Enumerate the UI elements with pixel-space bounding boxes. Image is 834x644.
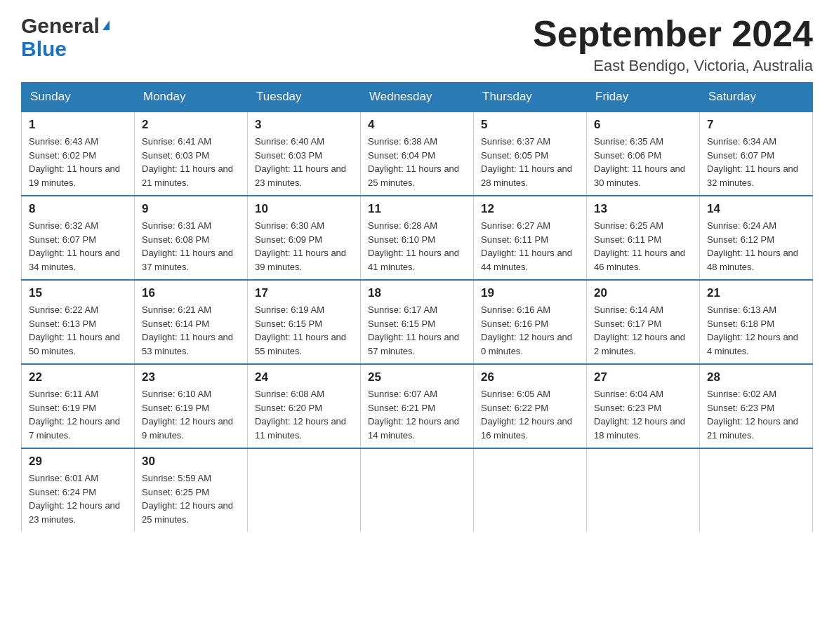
calendar-cell: 12 Sunrise: 6:27 AMSunset: 6:11 PMDaylig… [474, 196, 587, 280]
day-info: Sunrise: 6:28 AMSunset: 6:10 PMDaylight:… [368, 219, 466, 274]
calendar-cell: 22 Sunrise: 6:11 AMSunset: 6:19 PMDaylig… [22, 364, 135, 448]
day-number: 6 [594, 118, 692, 132]
calendar-week-row: 15 Sunrise: 6:22 AMSunset: 6:13 PMDaylig… [22, 280, 813, 364]
day-info: Sunrise: 6:05 AMSunset: 6:22 PMDaylight:… [481, 387, 579, 442]
day-number: 28 [707, 370, 805, 384]
calendar-cell: 10 Sunrise: 6:30 AMSunset: 6:09 PMDaylig… [248, 196, 361, 280]
day-number: 18 [368, 286, 466, 300]
day-number: 20 [594, 286, 692, 300]
calendar-cell: 17 Sunrise: 6:19 AMSunset: 6:15 PMDaylig… [248, 280, 361, 364]
calendar-cell: 11 Sunrise: 6:28 AMSunset: 6:10 PMDaylig… [361, 196, 474, 280]
day-info: Sunrise: 6:43 AMSunset: 6:02 PMDaylight:… [29, 135, 127, 189]
day-number: 7 [707, 118, 805, 132]
day-number: 24 [255, 370, 353, 384]
day-number: 3 [255, 118, 353, 132]
day-info: Sunrise: 6:04 AMSunset: 6:23 PMDaylight:… [594, 387, 692, 442]
calendar-cell [361, 448, 474, 532]
calendar-header-row: Sunday Monday Tuesday Wednesday Thursday… [22, 83, 813, 112]
day-info: Sunrise: 6:10 AMSunset: 6:19 PMDaylight:… [142, 387, 240, 442]
header-sunday: Sunday [22, 83, 135, 112]
day-info: Sunrise: 6:38 AMSunset: 6:04 PMDaylight:… [368, 135, 466, 189]
header-tuesday: Tuesday [248, 83, 361, 112]
day-number: 13 [594, 202, 692, 216]
calendar-cell: 19 Sunrise: 6:16 AMSunset: 6:16 PMDaylig… [474, 280, 587, 364]
day-number: 17 [255, 286, 353, 300]
calendar-cell: 16 Sunrise: 6:21 AMSunset: 6:14 PMDaylig… [135, 280, 248, 364]
day-number: 27 [594, 370, 692, 384]
day-info: Sunrise: 6:11 AMSunset: 6:19 PMDaylight:… [29, 387, 127, 442]
day-number: 14 [707, 202, 805, 216]
day-info: Sunrise: 6:07 AMSunset: 6:21 PMDaylight:… [368, 387, 466, 442]
calendar-cell: 25 Sunrise: 6:07 AMSunset: 6:21 PMDaylig… [361, 364, 474, 448]
header-monday: Monday [135, 83, 248, 112]
day-number: 16 [142, 286, 240, 300]
calendar-cell: 29 Sunrise: 6:01 AMSunset: 6:24 PMDaylig… [22, 448, 135, 532]
header-wednesday: Wednesday [361, 83, 474, 112]
calendar-week-row: 29 Sunrise: 6:01 AMSunset: 6:24 PMDaylig… [22, 448, 813, 532]
day-info: Sunrise: 6:31 AMSunset: 6:08 PMDaylight:… [142, 219, 240, 274]
header-saturday: Saturday [700, 83, 813, 112]
day-number: 15 [29, 286, 127, 300]
calendar-cell: 28 Sunrise: 6:02 AMSunset: 6:23 PMDaylig… [700, 364, 813, 448]
calendar-cell [700, 448, 813, 532]
day-info: Sunrise: 6:27 AMSunset: 6:11 PMDaylight:… [481, 219, 579, 274]
day-info: Sunrise: 6:08 AMSunset: 6:20 PMDaylight:… [255, 387, 353, 442]
calendar-cell: 7 Sunrise: 6:34 AMSunset: 6:07 PMDayligh… [700, 112, 813, 196]
day-info: Sunrise: 6:21 AMSunset: 6:14 PMDaylight:… [142, 303, 240, 358]
calendar-cell: 14 Sunrise: 6:24 AMSunset: 6:12 PMDaylig… [700, 196, 813, 280]
day-info: Sunrise: 6:02 AMSunset: 6:23 PMDaylight:… [707, 387, 805, 442]
calendar-cell: 24 Sunrise: 6:08 AMSunset: 6:20 PMDaylig… [248, 364, 361, 448]
day-number: 12 [481, 202, 579, 216]
calendar-cell [587, 448, 700, 532]
day-info: Sunrise: 6:13 AMSunset: 6:18 PMDaylight:… [707, 303, 805, 358]
day-info: Sunrise: 6:01 AMSunset: 6:24 PMDaylight:… [29, 471, 127, 526]
day-number: 11 [368, 202, 466, 216]
day-info: Sunrise: 6:34 AMSunset: 6:07 PMDaylight:… [707, 135, 805, 189]
day-number: 8 [29, 202, 127, 216]
day-info: Sunrise: 6:30 AMSunset: 6:09 PMDaylight:… [255, 219, 353, 274]
day-number: 9 [142, 202, 240, 216]
calendar-cell: 27 Sunrise: 6:04 AMSunset: 6:23 PMDaylig… [587, 364, 700, 448]
calendar-cell: 3 Sunrise: 6:40 AMSunset: 6:03 PMDayligh… [248, 112, 361, 196]
calendar-cell: 2 Sunrise: 6:41 AMSunset: 6:03 PMDayligh… [135, 112, 248, 196]
day-info: Sunrise: 6:40 AMSunset: 6:03 PMDaylight:… [255, 135, 353, 189]
calendar-cell: 30 Sunrise: 5:59 AMSunset: 6:25 PMDaylig… [135, 448, 248, 532]
day-info: Sunrise: 6:25 AMSunset: 6:11 PMDaylight:… [594, 219, 692, 274]
header-thursday: Thursday [474, 83, 587, 112]
day-number: 22 [29, 370, 127, 384]
day-number: 30 [142, 455, 240, 469]
day-info: Sunrise: 6:37 AMSunset: 6:05 PMDaylight:… [481, 135, 579, 189]
title-section: September 2024 East Bendigo, Victoria, A… [533, 14, 813, 75]
calendar-cell: 8 Sunrise: 6:32 AMSunset: 6:07 PMDayligh… [22, 196, 135, 280]
calendar-cell [474, 448, 587, 532]
calendar-cell [248, 448, 361, 532]
logo-general-text: General [21, 14, 110, 37]
day-number: 2 [142, 118, 240, 132]
day-number: 4 [368, 118, 466, 132]
calendar-cell: 23 Sunrise: 6:10 AMSunset: 6:19 PMDaylig… [135, 364, 248, 448]
calendar-table: Sunday Monday Tuesday Wednesday Thursday… [21, 82, 813, 532]
day-number: 29 [29, 455, 127, 469]
day-number: 1 [29, 118, 127, 132]
page-subtitle: East Bendigo, Victoria, Australia [533, 57, 813, 75]
calendar-week-row: 1 Sunrise: 6:43 AMSunset: 6:02 PMDayligh… [22, 112, 813, 196]
day-number: 23 [142, 370, 240, 384]
day-number: 21 [707, 286, 805, 300]
day-info: Sunrise: 5:59 AMSunset: 6:25 PMDaylight:… [142, 471, 240, 526]
logo-blue-text: Blue [21, 37, 110, 60]
calendar-cell: 9 Sunrise: 6:31 AMSunset: 6:08 PMDayligh… [135, 196, 248, 280]
day-number: 10 [255, 202, 353, 216]
day-info: Sunrise: 6:22 AMSunset: 6:13 PMDaylight:… [29, 303, 127, 358]
logo: General Blue [21, 14, 110, 60]
calendar-cell: 13 Sunrise: 6:25 AMSunset: 6:11 PMDaylig… [587, 196, 700, 280]
calendar-cell: 20 Sunrise: 6:14 AMSunset: 6:17 PMDaylig… [587, 280, 700, 364]
day-number: 19 [481, 286, 579, 300]
day-info: Sunrise: 6:16 AMSunset: 6:16 PMDaylight:… [481, 303, 579, 358]
page-title: September 2024 [533, 14, 813, 54]
day-info: Sunrise: 6:41 AMSunset: 6:03 PMDaylight:… [142, 135, 240, 189]
header-friday: Friday [587, 83, 700, 112]
day-number: 25 [368, 370, 466, 384]
calendar-cell: 6 Sunrise: 6:35 AMSunset: 6:06 PMDayligh… [587, 112, 700, 196]
day-info: Sunrise: 6:24 AMSunset: 6:12 PMDaylight:… [707, 219, 805, 274]
day-number: 5 [481, 118, 579, 132]
